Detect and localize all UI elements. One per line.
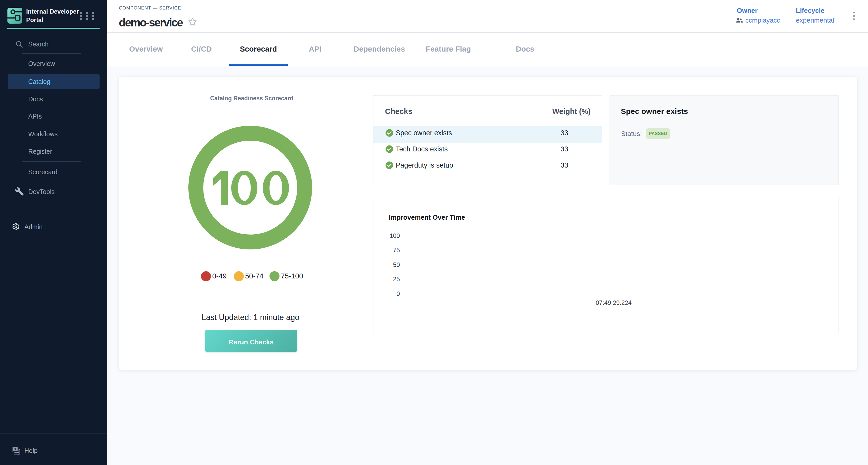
svg-text:?: ? [14, 447, 16, 452]
